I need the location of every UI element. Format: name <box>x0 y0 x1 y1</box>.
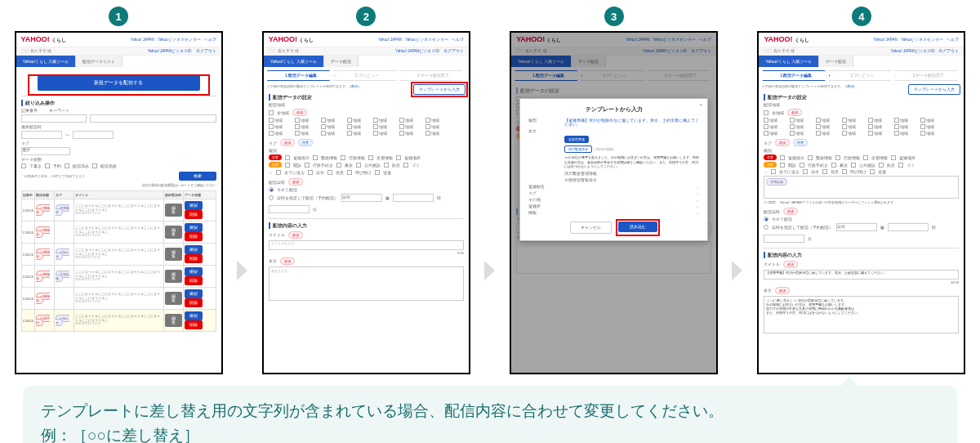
title-input-filled[interactable]: 【避難準備】河川が危険水位に達しています。洪水、土砂災害に備えてください。 <box>764 270 959 280</box>
speech-line-2: 例：［○○に差し替え］ <box>41 423 939 443</box>
step-number-1: 1 <box>109 7 128 26</box>
top-links: Yahoo! JAPANYahooビジネスセンターヘルプ <box>127 38 216 42</box>
body-heading: 配信内容の入力 <box>269 222 464 229</box>
body-input[interactable]: 本文を入力 <box>269 266 464 301</box>
arrow-icon <box>235 259 250 285</box>
wizard-step-1: 1.配信データ編集 <box>267 70 335 81</box>
search-button[interactable]: 検索 <box>179 172 216 181</box>
area-heading: 配信データの設定 <box>269 94 413 101</box>
load-button[interactable]: 読み込む <box>618 222 657 232</box>
date-to[interactable] <box>73 131 114 139</box>
filter-heading: 絞り込み操作 <box>21 100 216 106</box>
screenshot-2: YAHOO!くらしYahoo! JAPANYahooビジネスセンターヘルプ 〇〇… <box>262 31 470 374</box>
template-button[interactable]: テンプレートから入力 <box>908 84 960 95</box>
data-table: 記事ID配信状態タグタイトル最終配信時データ状態 123456一時保存避難場所こ… <box>21 190 216 332</box>
date-from[interactable] <box>21 131 62 139</box>
template-modal: × テンプレートから入力 種類【避難準備】河川が危険水位に達しています。洪水、土… <box>519 98 708 241</box>
screenshot-3: YAHOO!くらしYahoo! JAPANYahooビジネスセンターヘルプ 〇〇… <box>510 31 718 374</box>
step-number-3: 3 <box>604 7 624 26</box>
speech-line-1: テンプレートに差し替え用の文字列が含まれている場合、配信内容に合わせて変更してく… <box>41 399 939 423</box>
speech-bubble: テンプレートに差し替え用の文字列が含まれている場合、配信内容に合わせて変更してく… <box>23 386 957 443</box>
step-number-2: 2 <box>356 7 376 26</box>
arrow-icon <box>730 259 745 285</box>
tab-list[interactable]: 配信データリスト <box>76 56 122 67</box>
close-icon[interactable]: × <box>700 102 703 107</box>
tab-tool[interactable]: Yahoo!くらし 入稿ツール <box>16 56 77 67</box>
title-input[interactable]: タイトルを入力 <box>269 240 464 250</box>
template-button[interactable]: テンプレートから入力 <box>413 84 466 95</box>
tag-select[interactable]: 選択 <box>21 147 70 155</box>
wizard-step-2: 2.プレビュー <box>333 70 401 81</box>
tag-input[interactable]: 避難情報 <box>764 176 959 199</box>
logo: YAHOO!くらし <box>21 35 66 44</box>
modal-title: テンプレートから入力 <box>528 105 699 114</box>
new-data-button[interactable]: 新規データを配信する <box>38 75 200 91</box>
cancel-button[interactable]: キャンセル <box>570 222 612 234</box>
arrow-icon <box>483 259 497 285</box>
tab-data[interactable]: データ配信 <box>324 56 359 67</box>
body-input-filled[interactable]: ［○○に差し替え］○○水位が危険水位に達しています。 次の地域にお住まいの方は、… <box>764 296 959 333</box>
step-number-4: 4 <box>852 7 871 26</box>
screenshot-4: YAHOO!くらしYahoo! JAPANYahooビジネスセンターヘルプ 〇〇… <box>757 31 965 374</box>
screenshot-1: YAHOO!くらし Yahoo! JAPANYahooビジネスセンターヘルプ 〇… <box>15 31 223 374</box>
wizard-step-3: 3.データ配信完了 <box>399 70 467 81</box>
id-input[interactable] <box>21 114 87 123</box>
kw-input[interactable] <box>90 114 216 123</box>
tab-tool[interactable]: Yahoo!くらし 入稿ツール <box>264 56 324 67</box>
